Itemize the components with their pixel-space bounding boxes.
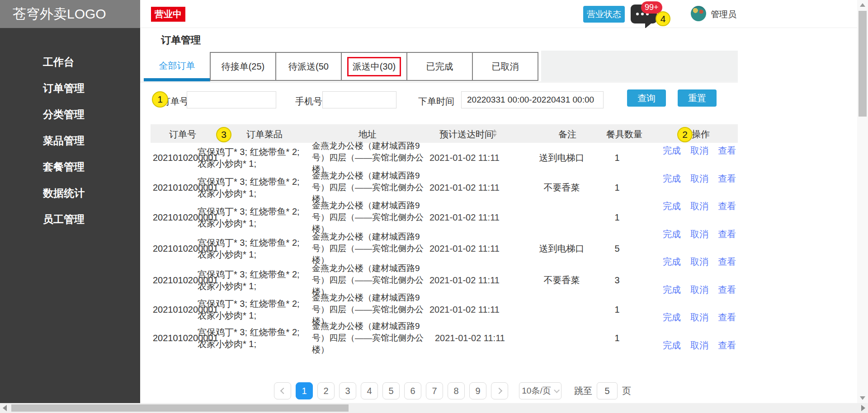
view-link[interactable]: 查看 bbox=[718, 145, 736, 157]
page-button-9[interactable]: 9 bbox=[469, 382, 486, 399]
order-time-input[interactable] bbox=[461, 91, 604, 108]
cell-order-no: 2021010200001 bbox=[153, 182, 205, 192]
tab-cancelled[interactable]: 已取消 bbox=[472, 52, 538, 81]
view-link[interactable]: 查看 bbox=[718, 256, 736, 268]
page-button-4[interactable]: 4 bbox=[361, 382, 378, 399]
cell-order-no: 2021010200001 bbox=[153, 153, 205, 163]
tab-delivering[interactable]: 派送中(30) bbox=[341, 52, 407, 81]
complete-link[interactable]: 完成 bbox=[663, 173, 681, 185]
complete-link[interactable]: 完成 bbox=[663, 339, 681, 352]
topbar: 营业中 营业状态 99+ 4 管理员 bbox=[140, 0, 857, 28]
sidebar-item-dishes[interactable]: 菜品管理 bbox=[0, 127, 140, 154]
page-button-7[interactable]: 7 bbox=[426, 382, 443, 399]
page-unit-label: 页 bbox=[622, 385, 631, 397]
prev-page-button[interactable] bbox=[274, 382, 291, 399]
cell-address: 金燕龙办公楼（建材城西路9号）四层（——宾馆北侧办公楼） bbox=[312, 231, 431, 266]
horizontal-scrollbar-thumb[interactable] bbox=[11, 404, 349, 412]
tab-pending-accept[interactable]: 待接单(25) bbox=[210, 52, 276, 81]
page-button-1[interactable]: 1 bbox=[296, 382, 313, 399]
tab-completed[interactable]: 已完成 bbox=[406, 52, 473, 81]
cell-address: 金燕龙办公楼（建材城西路9号）四层（——宾馆北侧办公楼） bbox=[312, 320, 431, 356]
page-button-3[interactable]: 3 bbox=[339, 382, 356, 399]
page-button-2[interactable]: 2 bbox=[317, 382, 335, 399]
avatar[interactable] bbox=[691, 6, 706, 21]
page-size-select[interactable]: 10条/页 bbox=[519, 382, 561, 399]
next-page-button[interactable] bbox=[491, 382, 508, 399]
sidebar-item-workbench[interactable]: 工作台 bbox=[0, 49, 140, 75]
order-status-tabs: 全部订单 待接单(25) 待派送(50 派送中(30) 已完成 已取消 bbox=[140, 51, 738, 82]
annotation-marker-1: 1 bbox=[152, 91, 168, 108]
message-dots bbox=[636, 13, 639, 15]
cancel-link[interactable]: 取消 bbox=[690, 284, 708, 296]
scroll-right-arrow-icon[interactable] bbox=[861, 405, 865, 411]
scroll-down-arrow-icon[interactable] bbox=[860, 396, 865, 400]
tab-pending-dispatch[interactable]: 待派送(50 bbox=[275, 52, 342, 81]
complete-link[interactable]: 完成 bbox=[663, 145, 681, 157]
cell-dishes: 宫保鸡丁* 3; 红烧带鱼* 2; 农家小炒肉* 1; bbox=[198, 326, 308, 350]
cell-order-no: 2021010200001 bbox=[153, 244, 205, 254]
row-actions: 完成 取消 查看 bbox=[663, 256, 738, 268]
sort-icon[interactable] bbox=[492, 129, 497, 138]
cell-dishes: 宫保鸡丁* 3; 红烧带鱼* 2; 农家小炒肉* 1; bbox=[198, 206, 308, 229]
cell-eta: 2021-01-02 11:11 bbox=[429, 305, 511, 315]
sidebar-item-combos[interactable]: 套餐管理 bbox=[0, 154, 140, 180]
cell-tableware: 5 bbox=[599, 244, 635, 254]
cancel-link[interactable]: 取消 bbox=[690, 256, 708, 268]
order-no-input[interactable] bbox=[187, 91, 276, 108]
row-actions: 完成 取消 查看 bbox=[663, 145, 738, 157]
view-link[interactable]: 查看 bbox=[718, 228, 736, 240]
page-button-5[interactable]: 5 bbox=[382, 382, 400, 399]
table-header: 订单号 订单菜品 地址 预计送达时间 备注 餐具数量 操作 bbox=[151, 124, 738, 143]
vertical-scrollbar-thumb[interactable] bbox=[859, 11, 867, 117]
cancel-link[interactable]: 取消 bbox=[690, 200, 708, 212]
cancel-link[interactable]: 取消 bbox=[690, 339, 708, 352]
table-row: 2021010200001 宫保鸡丁* 3; 红烧带鱼* 2; 农家小炒肉* 1… bbox=[140, 324, 738, 352]
phone-input[interactable] bbox=[322, 91, 396, 108]
search-button[interactable]: 查询 bbox=[627, 89, 666, 107]
page-button-8[interactable]: 8 bbox=[448, 382, 465, 399]
reset-button[interactable]: 重置 bbox=[678, 89, 717, 107]
vertical-scrollbar[interactable] bbox=[857, 0, 868, 403]
complete-link[interactable]: 完成 bbox=[663, 311, 681, 324]
scroll-up-arrow-icon[interactable] bbox=[860, 3, 865, 7]
cancel-link[interactable]: 取消 bbox=[690, 145, 708, 157]
col-address: 地址 bbox=[359, 128, 377, 141]
cancel-link[interactable]: 取消 bbox=[690, 228, 708, 240]
complete-link[interactable]: 完成 bbox=[663, 200, 681, 212]
complete-link[interactable]: 完成 bbox=[663, 228, 681, 240]
app-root: 苍穹外卖LOGO 工作台 订单管理 分类管理 菜品管理 套餐管理 数据统计 员工… bbox=[0, 0, 868, 413]
sidebar-item-statistics[interactable]: 数据统计 bbox=[0, 180, 140, 206]
view-link[interactable]: 查看 bbox=[718, 339, 736, 352]
sidebar-item-employees[interactable]: 员工管理 bbox=[0, 206, 140, 232]
jump-to-label: 跳至 bbox=[574, 385, 592, 397]
active-tab-underline bbox=[144, 78, 210, 81]
view-link[interactable]: 查看 bbox=[718, 284, 736, 296]
business-status-button[interactable]: 营业状态 bbox=[583, 6, 625, 23]
view-link[interactable]: 查看 bbox=[718, 173, 736, 185]
jump-page-input[interactable] bbox=[597, 382, 618, 399]
view-link[interactable]: 查看 bbox=[718, 311, 736, 324]
cell-eta: 2021-01-02 11:11 bbox=[429, 275, 511, 286]
tab-all-orders[interactable]: 全部订单 bbox=[144, 53, 210, 78]
cell-eta: 2021-01-02 11:11 bbox=[429, 244, 511, 254]
tab-group: 待接单(25) 待派送(50 派送中(30) 已完成 已取消 bbox=[211, 52, 538, 81]
cell-eta: 2021-01-02 11:11 bbox=[429, 153, 511, 163]
scroll-left-arrow-icon[interactable] bbox=[3, 405, 7, 411]
sidebar-item-categories[interactable]: 分类管理 bbox=[0, 101, 140, 127]
cell-dishes: 宫保鸡丁* 3; 红烧带鱼* 2; 农家小炒肉* 1; bbox=[198, 237, 308, 260]
cell-tableware: 1 bbox=[599, 305, 635, 315]
table-row: 2021010200001 宫保鸡丁* 3; 红烧带鱼* 2; 农家小炒肉* 1… bbox=[140, 265, 738, 296]
complete-link[interactable]: 完成 bbox=[663, 256, 681, 268]
sidebar-item-orders[interactable]: 订单管理 bbox=[0, 75, 140, 101]
view-link[interactable]: 查看 bbox=[718, 200, 736, 212]
sidebar: 苍穹外卖LOGO 工作台 订单管理 分类管理 菜品管理 套餐管理 数据统计 员工… bbox=[0, 0, 140, 403]
col-order-no: 订单号 bbox=[169, 128, 196, 141]
tabs-divider bbox=[140, 82, 738, 82]
complete-link[interactable]: 完成 bbox=[663, 284, 681, 296]
col-dishes: 订单菜品 bbox=[246, 128, 283, 141]
horizontal-scrollbar[interactable] bbox=[0, 403, 868, 413]
page-button-6[interactable]: 6 bbox=[404, 382, 421, 399]
cancel-link[interactable]: 取消 bbox=[690, 311, 708, 324]
cancel-link[interactable]: 取消 bbox=[690, 173, 708, 185]
pagination: 1 2 3 4 5 6 7 8 9 10条/页 跳至 页 bbox=[274, 382, 631, 400]
